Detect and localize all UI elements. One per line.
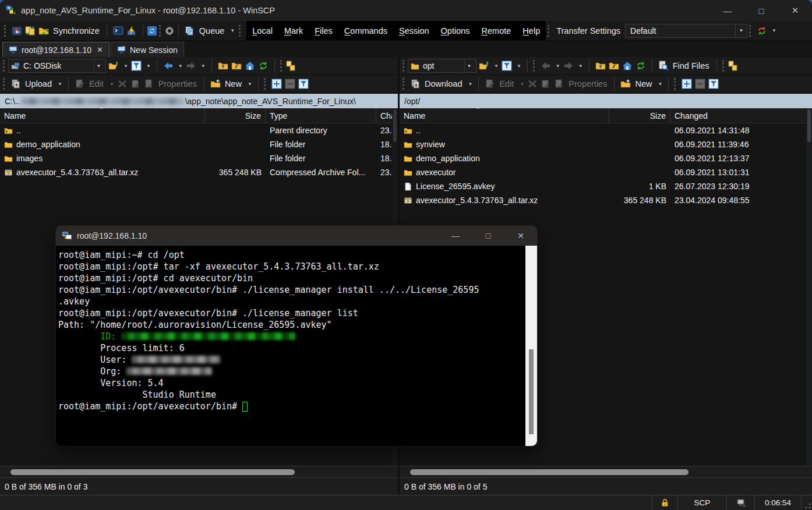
toolbar-grip[interactable] — [533, 60, 535, 72]
upload-icon[interactable] — [10, 79, 21, 89]
download-icon[interactable] — [410, 79, 421, 89]
remote-vertical-scrollbar[interactable] — [806, 108, 812, 466]
chevron-down-icon[interactable]: ▼ — [578, 63, 583, 69]
delete-icon[interactable] — [527, 79, 538, 89]
chevron-down-icon[interactable]: ▼ — [735, 24, 747, 37]
properties-button[interactable]: Properties — [569, 79, 607, 88]
rename-icon[interactable] — [130, 79, 141, 89]
properties-icon[interactable] — [144, 79, 154, 89]
remote-horizontal-scrollbar[interactable] — [400, 466, 812, 477]
chevron-down-icon[interactable]: ▼ — [178, 63, 183, 69]
tab-new-session[interactable]: New Session — [111, 42, 184, 57]
run-command-icon[interactable] — [126, 26, 137, 36]
toolbar-grip[interactable] — [159, 25, 161, 37]
file-row[interactable]: demo_applicationFile folder18.0 — [0, 137, 398, 151]
back-icon[interactable] — [541, 61, 551, 71]
remote-drive-combo[interactable]: opt ▼ — [408, 59, 476, 73]
properties-icon[interactable] — [554, 79, 564, 89]
properties-button[interactable]: Properties — [158, 79, 197, 88]
toolbar-grip[interactable] — [674, 78, 676, 90]
toolbar-grip[interactable] — [722, 60, 724, 72]
menu-remote[interactable]: Remote — [476, 21, 517, 40]
chevron-down-icon[interactable]: ▼ — [556, 63, 560, 69]
filter-icon[interactable] — [502, 61, 512, 71]
file-row[interactable]: avexecutor_5.4.3.73763_all.tar.xz365 248… — [400, 193, 812, 207]
local-path-bar[interactable]: C:\..\app_note\app_note_AVS_Runtime_For_… — [0, 93, 398, 108]
menu-options[interactable]: Options — [435, 21, 476, 40]
delete-icon[interactable] — [117, 79, 128, 89]
toolbar-grip[interactable] — [280, 60, 282, 72]
toolbar-grip[interactable] — [403, 78, 404, 90]
toolbar-grip[interactable] — [749, 25, 751, 37]
terminal-close-button[interactable]: ✕ — [504, 226, 537, 246]
edit-icon[interactable] — [75, 79, 85, 89]
new-button[interactable]: New — [225, 79, 242, 88]
select-filter-icon[interactable] — [298, 79, 309, 89]
tab-root-192.168.1.10[interactable]: root@192.168.1.10✕ — [2, 42, 110, 57]
chevron-down-icon[interactable]: ▼ — [494, 63, 499, 69]
toolbar-grip[interactable] — [239, 25, 241, 37]
forward-icon[interactable] — [563, 61, 574, 71]
chevron-down-icon[interactable]: ▼ — [94, 59, 103, 72]
open-directory-icon[interactable] — [479, 61, 489, 71]
menu-files[interactable]: Files — [309, 21, 338, 40]
terminal-screen[interactable]: root@iam_mipi:~# cd /optroot@iam_mipi:/o… — [56, 246, 525, 446]
select-remove-icon[interactable] — [695, 79, 705, 89]
forward-icon[interactable] — [186, 61, 196, 71]
column-header-size[interactable]: Size — [205, 108, 266, 123]
open-directory-icon[interactable] — [108, 61, 119, 71]
edit-icon[interactable] — [485, 79, 495, 89]
find-files-icon[interactable] — [658, 61, 669, 71]
root-directory-icon[interactable] — [231, 61, 242, 71]
chevron-down-icon[interactable]: ▼ — [468, 82, 473, 87]
local-horizontal-scrollbar[interactable] — [0, 466, 398, 477]
terminal-minimize-button[interactable]: — — [439, 226, 472, 246]
close-button[interactable]: ✕ — [778, 0, 812, 21]
select-add-icon[interactable] — [682, 79, 692, 89]
session-time-cell[interactable]: 0:06:54 — [755, 495, 802, 510]
chevron-down-icon[interactable]: ▼ — [58, 82, 62, 87]
menu-local[interactable]: Local — [246, 21, 278, 40]
transfer-sync-icon[interactable] — [757, 26, 767, 36]
chevron-down-icon[interactable]: ▼ — [123, 63, 128, 69]
encryption-status-cell[interactable] — [652, 495, 678, 510]
chevron-down-icon[interactable]: ▼ — [248, 82, 252, 87]
toolbar-grip[interactable] — [3, 78, 5, 90]
edit-button[interactable]: Edit — [89, 79, 104, 88]
toolbar-grip[interactable] — [264, 78, 266, 90]
new-icon[interactable] — [210, 79, 221, 89]
menu-help[interactable]: Help — [517, 21, 546, 40]
chevron-down-icon[interactable]: ▼ — [520, 82, 524, 87]
tab-close-icon[interactable]: ✕ — [97, 45, 103, 54]
toolbar-grip[interactable] — [403, 60, 404, 72]
column-header-size[interactable]: Size — [609, 108, 670, 123]
edit-button[interactable]: Edit — [499, 79, 514, 88]
root-directory-icon[interactable] — [609, 61, 619, 71]
synchronize-icon[interactable] — [38, 26, 49, 36]
connection-status-cell[interactable] — [727, 495, 755, 510]
sync-panels-icon[interactable] — [12, 26, 22, 36]
new-icon[interactable] — [620, 79, 631, 89]
parent-directory-icon[interactable] — [218, 61, 228, 71]
chevron-down-icon[interactable]: ▼ — [772, 28, 776, 33]
file-row[interactable]: synview06.09.2021 11:39:46 — [400, 137, 812, 151]
column-header-name[interactable]: Name — [400, 108, 609, 123]
terminal-maximize-button[interactable]: □ — [472, 226, 504, 246]
console-icon[interactable] — [113, 26, 123, 36]
file-row[interactable]: ..06.09.2021 14:31:48 — [400, 123, 812, 137]
toolbar-grip[interactable] — [548, 25, 549, 37]
sync-browsing-icon[interactable] — [25, 26, 36, 36]
chevron-down-icon[interactable]: ▼ — [658, 82, 662, 87]
chevron-down-icon[interactable]: ▼ — [464, 59, 474, 72]
home-icon[interactable] — [245, 61, 255, 71]
protocol-status-cell[interactable]: SCP — [678, 495, 727, 510]
column-header-type[interactable]: Type — [266, 108, 376, 123]
terminal-scrollbar-thumb[interactable] — [529, 349, 534, 434]
refresh-icon[interactable] — [258, 61, 269, 71]
file-row[interactable]: avexecutor_5.4.3.73763_all.tar.xz365 248… — [0, 165, 398, 179]
file-row[interactable]: License_26595.avkey1 KB26.07.2023 12:30:… — [400, 179, 812, 193]
parent-directory-icon[interactable] — [595, 61, 606, 71]
file-row[interactable]: avexecutor06.09.2021 13:01:31 — [400, 165, 812, 179]
preferences-gear-icon[interactable] — [164, 26, 175, 36]
refresh-icon[interactable] — [636, 61, 646, 71]
